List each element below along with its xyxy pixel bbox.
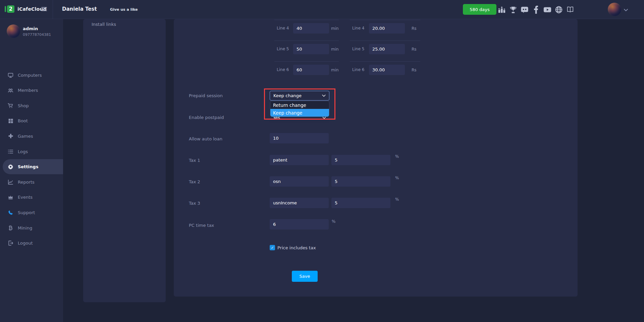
sidebar-item-label: Shop bbox=[18, 103, 29, 108]
topbar: 2 iCafeCloud Daniela Test Give us a like… bbox=[0, 0, 644, 19]
user-avatar[interactable] bbox=[608, 3, 621, 16]
tax-label: Tax 1 bbox=[189, 158, 200, 163]
list-icon bbox=[8, 149, 13, 154]
currency-unit: Rs bbox=[412, 47, 417, 52]
minutes-unit: min bbox=[331, 26, 339, 31]
line-minutes-input[interactable] bbox=[293, 23, 329, 34]
leaderboard-icon[interactable] bbox=[498, 6, 506, 14]
sidebar-item-events[interactable]: Events bbox=[0, 190, 63, 205]
row-divider bbox=[274, 41, 339, 41]
prepaid-session-select[interactable]: Keep change bbox=[270, 91, 329, 101]
facebook-icon[interactable] bbox=[532, 6, 540, 14]
menu-toggle-icon[interactable] bbox=[41, 7, 47, 12]
option-return-change[interactable]: Return change bbox=[270, 101, 329, 109]
cart-icon bbox=[8, 103, 13, 109]
crown-icon bbox=[8, 194, 13, 200]
line-price-input[interactable] bbox=[369, 23, 405, 34]
sidebar-item-label: Logout bbox=[18, 241, 33, 246]
sidebar-item-computers[interactable]: Computers bbox=[0, 68, 63, 83]
trophy-icon[interactable] bbox=[509, 6, 517, 14]
avatar-chevron-down-icon[interactable] bbox=[624, 7, 628, 12]
subscription-days-badge[interactable]: 580 days bbox=[463, 4, 496, 15]
line-price-label: Line 5 bbox=[352, 47, 364, 51]
profile-username: admin bbox=[23, 26, 38, 31]
sidebar-item-games[interactable]: Games bbox=[0, 129, 63, 144]
line-minutes-label: Line 5 bbox=[277, 47, 289, 51]
tax-name-input[interactable] bbox=[270, 198, 329, 208]
allow-auto-loan-label: Allow auto loan bbox=[189, 136, 222, 141]
sidebar-item-reports[interactable]: Reports bbox=[0, 175, 63, 190]
minutes-unit: min bbox=[331, 68, 339, 72]
sidebar-item-members[interactable]: Members bbox=[0, 83, 63, 98]
profile-avatar[interactable] bbox=[7, 24, 20, 38]
line-minutes-label: Line 4 bbox=[277, 26, 289, 30]
logout-icon bbox=[8, 240, 13, 246]
sidebar-item-label: Boot bbox=[18, 118, 28, 123]
gear-icon bbox=[8, 164, 13, 170]
tax-name-input[interactable] bbox=[270, 176, 329, 187]
chevron-down-icon bbox=[322, 94, 326, 97]
allow-auto-loan-input[interactable] bbox=[270, 133, 329, 143]
pc-time-tax-label: PC time tax bbox=[189, 223, 214, 228]
prepaid-session-label: Prepaid session bbox=[189, 93, 223, 98]
gamepad-icon bbox=[8, 133, 13, 139]
pc-time-tax-input[interactable] bbox=[270, 219, 329, 230]
windows-icon bbox=[8, 118, 13, 124]
sidebar-item-support[interactable]: Support bbox=[0, 205, 63, 220]
sidebar-item-logs[interactable]: Logs bbox=[0, 144, 63, 159]
sidebar-item-shop[interactable]: Shop bbox=[0, 98, 63, 113]
sidebar-item-label: Settings bbox=[18, 164, 38, 169]
app-logo[interactable]: 2 iCafeCloud bbox=[5, 5, 47, 13]
line-price-input[interactable] bbox=[369, 44, 405, 54]
discord-icon[interactable] bbox=[521, 6, 529, 14]
guide-book-icon[interactable] bbox=[566, 6, 574, 14]
percent-unit: % bbox=[395, 176, 399, 180]
tax-name-input[interactable] bbox=[270, 155, 329, 165]
topbar-icons bbox=[498, 0, 574, 19]
tax-rate-input[interactable] bbox=[331, 155, 390, 165]
icafecloud-logo-icon: 2 bbox=[7, 5, 14, 13]
sidebar-item-label: Members bbox=[18, 88, 38, 93]
youtube-icon[interactable] bbox=[543, 6, 551, 14]
profile-phone: 097778704381 bbox=[23, 33, 51, 37]
phone-icon bbox=[8, 210, 13, 215]
sidebar-item-settings[interactable]: Settings bbox=[3, 159, 63, 174]
settings-submenu-panel: Install links bbox=[83, 19, 166, 302]
tax-rate-input[interactable] bbox=[331, 176, 390, 187]
tax-rate-input[interactable] bbox=[331, 198, 390, 208]
tax-label: Tax 2 bbox=[189, 179, 200, 184]
percent-unit: % bbox=[395, 197, 399, 202]
line-price-label: Line 4 bbox=[352, 26, 364, 30]
prepaid-session-options: Return change Keep change bbox=[270, 101, 329, 117]
sidebar-item-boot[interactable]: Boot bbox=[0, 113, 63, 128]
sidebar-item-logout[interactable]: Logout bbox=[0, 236, 63, 251]
line-minutes-input[interactable] bbox=[293, 44, 329, 54]
sidebar-item-label: Reports bbox=[18, 180, 35, 185]
row-divider bbox=[350, 20, 420, 20]
logo-bar bbox=[5, 6, 6, 12]
row-divider bbox=[350, 61, 420, 62]
submenu-item-install-links[interactable]: Install links bbox=[92, 22, 116, 27]
give-us-a-like-link[interactable]: Give us a like bbox=[110, 7, 138, 12]
minutes-unit: min bbox=[331, 47, 339, 52]
line-price-input[interactable] bbox=[369, 65, 405, 75]
save-button[interactable]: Save bbox=[292, 271, 318, 282]
line-minutes-input[interactable] bbox=[293, 65, 329, 75]
currency-unit: Rs bbox=[412, 26, 417, 31]
chart-icon bbox=[8, 179, 13, 185]
option-keep-change[interactable]: Keep change bbox=[270, 109, 329, 117]
currency-unit: Rs bbox=[412, 68, 417, 72]
pc-time-tax-unit: % bbox=[332, 219, 335, 224]
sidebar-item-label: Mining bbox=[18, 226, 32, 231]
sidebar-item-mining[interactable]: Mining bbox=[0, 220, 63, 236]
globe-icon[interactable] bbox=[555, 6, 563, 14]
cafe-name-title: Daniela Test bbox=[62, 6, 97, 12]
monitor-icon bbox=[8, 72, 13, 78]
bitcoin-icon bbox=[8, 225, 13, 231]
price-includes-tax-checkbox[interactable] bbox=[270, 245, 275, 250]
line-price-label: Line 6 bbox=[352, 67, 364, 72]
sidebar-item-label: Computers bbox=[18, 73, 42, 78]
sidebar-item-label: Logs bbox=[18, 149, 28, 154]
sidebar-item-label: Events bbox=[18, 195, 33, 200]
line-minutes-label: Line 6 bbox=[277, 67, 289, 72]
